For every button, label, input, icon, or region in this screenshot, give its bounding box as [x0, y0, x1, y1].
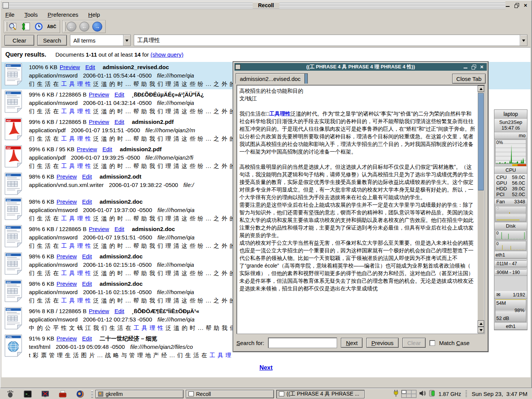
- svg-text:DOC: DOC: [6, 309, 11, 311]
- doc-file-icon: DOC: [4, 280, 23, 302]
- clear-button[interactable]: Clear: [5, 35, 34, 46]
- match-case-label: Match Case: [439, 340, 469, 346]
- edit-link[interactable]: Edit: [82, 173, 92, 180]
- show-query-link[interactable]: (show query): [150, 51, 184, 58]
- restore-button[interactable]: [514, 3, 519, 8]
- edit-link[interactable]: Edit: [82, 253, 92, 260]
- preview-document-text[interactable]: 高校招生的社会功能和目的 文/钱江我们生活在□工具理性泛滥的时代。作为“世之显学…: [239, 87, 475, 332]
- gkrellm-window[interactable]: laptop Sun23Sep 15:47 05 mo 0% CPU CPU59…: [494, 109, 527, 330]
- preview-link[interactable]: Preview: [57, 253, 77, 260]
- match-case-checkbox[interactable]: [429, 340, 435, 346]
- previous-page-button[interactable]: ←: [79, 22, 89, 32]
- mail-count: 1/192: [513, 292, 525, 298]
- terminal-icon[interactable]: >_: [23, 390, 32, 399]
- result-score: 98% 6 KB: [29, 280, 54, 287]
- recoll-titlebar[interactable]: Recoll ×: [2, 2, 530, 9]
- menu-file[interactable]: File: [5, 11, 14, 18]
- preview-link[interactable]: Preview: [89, 226, 109, 232]
- power-plug-icon[interactable]: [393, 390, 399, 399]
- edit-link[interactable]: Edit: [114, 91, 124, 98]
- workspace-pager[interactable]: [401, 390, 416, 398]
- edit-link[interactable]: Edit: [114, 226, 124, 232]
- edit-link[interactable]: Edit: [102, 146, 112, 152]
- svg-text:PDF: PDF: [6, 147, 11, 149]
- lock-screen-icon[interactable]: [41, 390, 50, 399]
- chevron-down-icon[interactable]: [520, 35, 527, 46]
- edit-link[interactable]: Edit: [85, 64, 95, 70]
- speaker-icon[interactable]: [419, 390, 426, 398]
- minimize-button[interactable]: [505, 3, 511, 8]
- task-preview[interactable]: ((工 PHRASE 4 具 PHRASE ...: [276, 390, 364, 398]
- preview-paragraph: 成功的校友对于公立大学当然有益无害，但不像对私立大学那么至关重要。但是选入未来社…: [239, 239, 475, 269]
- gnome-menu-icon[interactable]: [6, 390, 15, 399]
- preview-link[interactable]: Preview: [89, 119, 109, 125]
- window-menu-icon[interactable]: [3, 2, 9, 8]
- chevron-down-icon[interactable]: [123, 35, 130, 46]
- preview-link[interactable]: Preview: [57, 280, 77, 287]
- preview-link[interactable]: Preview: [60, 64, 80, 70]
- task-recoll[interactable]: Recoll: [186, 390, 274, 398]
- firefox-icon[interactable]: [76, 390, 85, 399]
- close-button[interactable]: ×: [479, 64, 484, 70]
- history-clock-icon[interactable]: [34, 22, 44, 32]
- preview-link[interactable]: Preview: [89, 91, 109, 98]
- gkrellm-date: Sun23Sep: [494, 119, 527, 125]
- result-score: 96% 8 KB / 1228865 B: [29, 308, 87, 314]
- svg-text:>_: >_: [25, 392, 30, 396]
- close-button[interactable]: ×: [523, 3, 528, 8]
- edit-link[interactable]: Edit: [82, 198, 92, 205]
- scroll-up-icon[interactable]: [478, 86, 484, 92]
- result-url: file:///home/qian2/fi: [146, 154, 193, 161]
- scrollbar-thumb[interactable]: [478, 93, 484, 190]
- find-next-button[interactable]: Next: [341, 338, 363, 348]
- new-search-icon[interactable]: [8, 22, 18, 32]
- result-url: file:///home/qia: [157, 234, 195, 241]
- search-bar: Clear Search All terms: [2, 34, 530, 46]
- preview-link[interactable]: Preview: [77, 146, 97, 152]
- edit-link[interactable]: Edit: [114, 119, 124, 125]
- tab-accent-strip: [305, 73, 308, 84]
- find-clear-button[interactable]: Clear: [402, 338, 426, 348]
- preview-scrollbar[interactable]: [478, 86, 484, 333]
- menu-preferences[interactable]: Preferences: [48, 11, 78, 18]
- query-input[interactable]: [134, 35, 520, 46]
- typewriter-icon[interactable]: [58, 390, 67, 399]
- search-mode-combo[interactable]: All terms: [70, 35, 131, 46]
- next-page-button[interactable]: →: [92, 22, 102, 32]
- restore-button[interactable]: [471, 64, 477, 70]
- preview-tab[interactable]: admission2...evised.doc: [236, 73, 305, 84]
- preview-titlebar[interactable]: ((工 PHRASE 4 具 PHRASE 4 理 PHRASE 4 性)) ×: [234, 63, 487, 71]
- system-tray: 1.87 GHz Sun Sep 23, 3:47 PM: [393, 390, 530, 399]
- taskbar-separator[interactable]: [466, 390, 467, 398]
- edit-link[interactable]: Edit: [82, 280, 92, 287]
- sort-by-date-icon[interactable]: [21, 22, 31, 32]
- result-title: admission2.doc: [100, 198, 142, 205]
- task-gkrellm[interactable]: gkrellm: [95, 390, 184, 398]
- edit-link[interactable]: Edit: [82, 335, 92, 342]
- cpu-chip-icon[interactable]: [429, 390, 436, 399]
- preview-link[interactable]: Preview: [57, 335, 77, 342]
- scroll-down-icon[interactable]: [478, 327, 484, 333]
- find-input[interactable]: [268, 337, 337, 348]
- svg-text:PDF: PDF: [6, 120, 11, 122]
- query-combo[interactable]: [134, 35, 527, 46]
- next-results-link[interactable]: Next: [260, 364, 273, 371]
- taskbar-handle[interactable]: [91, 390, 93, 398]
- svg-text:DOC: DOC: [6, 65, 11, 67]
- menu-help[interactable]: Help: [88, 11, 100, 18]
- first-page-button[interactable]: ←: [66, 22, 76, 32]
- minimize-button[interactable]: [463, 64, 469, 70]
- gkrellm-time: 15:47: [502, 125, 514, 131]
- scroll-up-icon[interactable]: [478, 320, 484, 327]
- menu-tools[interactable]: Tools: [24, 11, 38, 18]
- window-icon: [188, 391, 194, 396]
- doc-file-icon: DOC: [4, 225, 23, 248]
- close-tab-button[interactable]: Close Tab: [452, 74, 486, 84]
- find-previous-button[interactable]: Previous: [366, 338, 398, 348]
- preview-link[interactable]: Preview: [57, 173, 77, 180]
- preview-link[interactable]: Preview: [89, 308, 109, 314]
- term-explorer-icon[interactable]: ÅBĈ: [47, 22, 57, 32]
- preview-link[interactable]: Preview: [57, 198, 77, 205]
- edit-link[interactable]: Edit: [114, 308, 124, 314]
- search-button[interactable]: Search: [37, 35, 67, 46]
